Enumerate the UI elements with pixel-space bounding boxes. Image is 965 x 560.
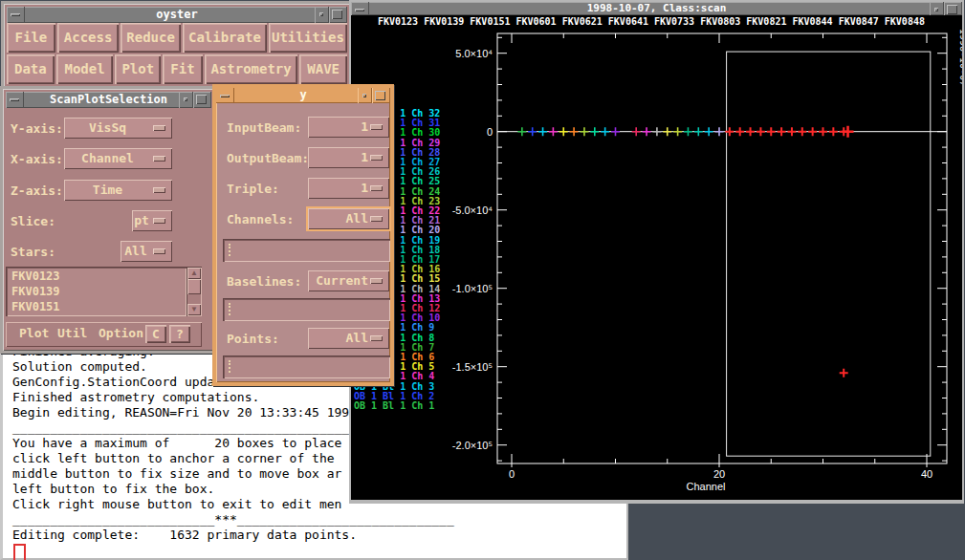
scanplot-menubar: PlotUtilOptionC?	[6, 322, 202, 347]
data-point-marker	[559, 127, 568, 136]
data-point-marker	[778, 127, 786, 136]
option-menu-channels[interactable]: All	[308, 208, 389, 229]
y-tick-label: -1.0×10⁵	[452, 283, 493, 294]
menu-button-file[interactable]: File	[7, 23, 55, 53]
scroll-up-icon[interactable]: ▲	[187, 268, 201, 279]
data-point-marker	[517, 127, 526, 136]
data-point-marker	[767, 127, 776, 136]
data-point-marker	[694, 127, 703, 136]
option-menu-baselines[interactable]: Current	[308, 270, 389, 291]
oyster-titlebar[interactable]: oyster	[7, 7, 347, 23]
data-point-marker	[673, 127, 682, 136]
field-label: X-axis:	[11, 152, 63, 166]
menubar-item-plot[interactable]: Plot	[19, 326, 49, 340]
data-point-marker	[808, 127, 817, 136]
option-menu-slice[interactable]: pt	[132, 210, 172, 231]
scroll-down-icon[interactable]: ▼	[187, 304, 201, 315]
y-tick-label: -5.0×10⁴	[452, 205, 493, 216]
option-value: 1	[308, 147, 368, 168]
data-point-marker	[601, 127, 609, 136]
y-dialog-body: InputBeam:1OutputBeam:1Triple:1Channels:…	[216, 88, 390, 382]
menu-button-data[interactable]: Data	[7, 54, 55, 84]
plot-frame	[497, 33, 947, 463]
option-dash-icon	[153, 156, 165, 162]
data-point-marker	[798, 127, 806, 136]
option-menu-triple[interactable]: 1	[308, 178, 389, 199]
menu-button-model[interactable]: Model	[56, 54, 114, 84]
data-point-marker	[538, 127, 547, 136]
data-point-marker	[632, 127, 641, 136]
list-item[interactable]: FKV0123	[11, 269, 60, 283]
option-dash-icon	[153, 187, 165, 193]
data-point-marker	[819, 127, 827, 136]
menubar-button-help[interactable]: ?	[169, 325, 190, 343]
option-menu-yaxis[interactable]: VisSq	[64, 118, 172, 139]
menu-row: FileAccessReduceCalibrateUtilities	[7, 23, 347, 53]
edit-selection-box[interactable]	[727, 52, 931, 456]
menu-button-astrometry[interactable]: Astrometry	[205, 54, 297, 84]
option-dash-icon	[153, 218, 165, 224]
oyster-menubar: FileAccessReduceCalibrateUtilitiesDataMo…	[7, 23, 347, 85]
list-item[interactable]: FKV0139	[11, 285, 60, 298]
menu-button-calibrate[interactable]: Calibrate	[183, 23, 267, 53]
text-input[interactable]	[223, 239, 390, 262]
option-menu-zaxis[interactable]: Time	[64, 180, 172, 201]
menu-button-access[interactable]: Access	[57, 23, 120, 53]
data-point-marker	[715, 127, 724, 136]
data-point-marker	[549, 127, 558, 136]
option-value: pt	[132, 210, 151, 231]
text-input[interactable]	[223, 298, 390, 321]
side-date-label: 1998-10-07	[958, 29, 962, 86]
list-scrollbar[interactable]: ▲▼	[186, 267, 202, 316]
option-menu-outputbeam[interactable]: 1	[308, 147, 389, 168]
option-dash-icon	[370, 185, 383, 191]
data-point-marker	[787, 127, 796, 136]
data-point-marker	[611, 127, 620, 136]
y-tick-label: -2.0×10⁵	[452, 440, 493, 451]
option-menu-stars[interactable]: All	[121, 241, 172, 262]
list-item[interactable]: FKV0151	[11, 300, 60, 313]
field-label: Slice:	[11, 214, 55, 228]
field-label: InputBeam:	[227, 120, 301, 135]
option-menu-xaxis[interactable]: Channel	[64, 148, 172, 169]
x-tick-label: 0	[509, 468, 515, 480]
scroll-thumb[interactable]	[187, 279, 201, 294]
menubar-item-util[interactable]: Util	[57, 326, 87, 340]
option-dash-icon	[370, 335, 383, 341]
option-menu-points[interactable]: All	[308, 328, 389, 349]
y-tick-label: 5.0×10⁴	[455, 48, 493, 59]
window-title: oyster	[156, 8, 197, 21]
plot-canvas[interactable]: 02040Channel5.0×10⁴0-5.0×10⁴-1.0×10⁵-1.5…	[351, 2, 962, 500]
data-point-marker	[580, 127, 588, 136]
menubar-item-option[interactable]: Option	[99, 326, 143, 340]
option-value: Channel	[64, 148, 151, 169]
text-cursor-icon	[229, 360, 233, 373]
option-dash-icon	[370, 278, 383, 284]
x-tick-label: 20	[713, 468, 725, 480]
text-input[interactable]	[223, 355, 390, 378]
option-value: All	[308, 328, 368, 349]
option-value: 1	[308, 117, 368, 138]
terminal-line: ___________________________***__________…	[3, 512, 626, 528]
menubar-button-c[interactable]: C	[145, 325, 166, 343]
option-value: 1	[308, 178, 368, 199]
maximize-icon[interactable]	[329, 7, 347, 23]
menu-button-wave[interactable]: WAVE	[299, 54, 347, 84]
option-value: Current	[308, 270, 368, 291]
menu-button-plot[interactable]: Plot	[115, 54, 161, 84]
minimize-icon[interactable]	[7, 7, 25, 23]
text-cursor-icon	[229, 244, 233, 256]
star-listbox[interactable]: FKV0123FKV0139FKV0151	[6, 267, 186, 316]
menu-row: DataModelPlotFitAstrometryWAVE	[7, 54, 347, 84]
field-label: Y-axis:	[11, 121, 63, 136]
restore-icon[interactable]	[315, 7, 329, 23]
menu-button-reduce[interactable]: Reduce	[121, 23, 181, 53]
menu-button-fit[interactable]: Fit	[163, 54, 203, 84]
option-value: Time	[64, 180, 151, 201]
option-menu-inputbeam[interactable]: 1	[308, 117, 389, 138]
data-point-marker	[570, 127, 579, 136]
field-label: Triple:	[227, 182, 279, 196]
option-dash-icon	[153, 248, 165, 254]
menu-button-utilities[interactable]: Utilities	[269, 23, 347, 53]
data-point-marker	[757, 127, 765, 136]
